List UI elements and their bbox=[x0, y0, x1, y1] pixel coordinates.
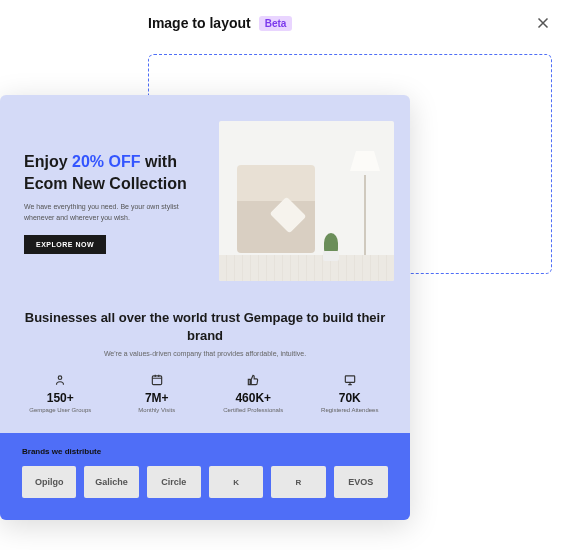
thumbs-icon bbox=[246, 373, 260, 387]
modal-title: Image to layout Beta bbox=[148, 15, 292, 31]
hero-subtitle: We have everything you need. Be your own… bbox=[24, 202, 184, 223]
hero-title: Enjoy 20% OFF with Ecom New Collection bbox=[24, 151, 211, 194]
stat-label: Monthly Visits bbox=[109, 407, 206, 413]
brand-logo: Circle bbox=[147, 466, 201, 498]
preview-card: Enjoy 20% OFF with Ecom New Collection W… bbox=[0, 95, 410, 520]
brand-logo: K bbox=[209, 466, 263, 498]
hero-section: Enjoy 20% OFF with Ecom New Collection W… bbox=[0, 95, 410, 291]
stat-value: 7M+ bbox=[109, 391, 206, 405]
trust-sub: We're a values-driven company that provi… bbox=[20, 350, 390, 357]
svg-point-0 bbox=[59, 376, 63, 380]
brand-logo: Galiche bbox=[84, 466, 138, 498]
hero-title-pre: Enjoy bbox=[24, 153, 72, 170]
stats-row: 150+ Gempage User Groups 7M+ Monthly Vis… bbox=[0, 365, 410, 433]
modal-header: Image to layout Beta bbox=[130, 0, 570, 46]
stat-value: 460K+ bbox=[205, 391, 302, 405]
brands-title: Brands we distribute bbox=[22, 447, 388, 456]
stat-value: 150+ bbox=[12, 391, 109, 405]
brands-section: Brands we distribute Opilgo Galiche Circ… bbox=[0, 433, 410, 520]
stat-label: Gempage User Groups bbox=[12, 407, 109, 413]
stat-label: Registered Attendees bbox=[302, 407, 399, 413]
svg-rect-2 bbox=[345, 376, 354, 382]
calendar-icon bbox=[150, 373, 164, 387]
close-icon[interactable] bbox=[534, 14, 552, 32]
hero-image bbox=[219, 121, 394, 281]
stat-item: 150+ Gempage User Groups bbox=[12, 373, 109, 413]
stat-item: 460K+ Certified Professionals bbox=[205, 373, 302, 413]
modal-title-text: Image to layout bbox=[148, 15, 251, 31]
trust-section: Businesses all over the world trust Gemp… bbox=[0, 291, 410, 365]
brand-logo: R bbox=[271, 466, 325, 498]
stat-label: Certified Professionals bbox=[205, 407, 302, 413]
brand-logo: Opilgo bbox=[22, 466, 76, 498]
brand-logo: EVOS bbox=[334, 466, 388, 498]
stat-value: 70K bbox=[302, 391, 399, 405]
explore-button[interactable]: EXPLORE NOW bbox=[24, 235, 106, 254]
user-icon bbox=[53, 373, 67, 387]
stat-item: 7M+ Monthly Visits bbox=[109, 373, 206, 413]
stat-item: 70K Registered Attendees bbox=[302, 373, 399, 413]
hero-copy: Enjoy 20% OFF with Ecom New Collection W… bbox=[24, 121, 211, 254]
screen-icon bbox=[343, 373, 357, 387]
brands-row: Opilgo Galiche Circle K R EVOS bbox=[22, 466, 388, 498]
beta-badge: Beta bbox=[259, 16, 293, 31]
svg-rect-1 bbox=[152, 376, 161, 385]
trust-headline: Businesses all over the world trust Gemp… bbox=[20, 309, 390, 345]
hero-title-accent: 20% OFF bbox=[72, 153, 140, 170]
